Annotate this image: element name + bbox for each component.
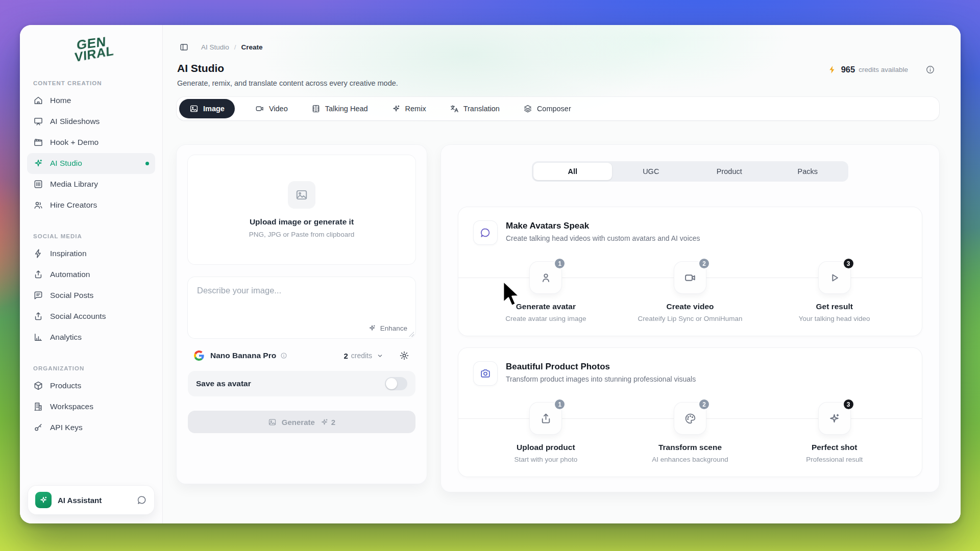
dropzone-title: Upload image or generate it bbox=[250, 217, 354, 227]
credits-zap-icon bbox=[827, 65, 837, 74]
breadcrumb-separator: / bbox=[234, 43, 236, 51]
breadcrumb-current: Create bbox=[241, 43, 263, 51]
sidebar-item-label: AI Slideshows bbox=[50, 117, 100, 126]
image-dropzone[interactable]: Upload image or generate it PNG, JPG or … bbox=[188, 155, 415, 264]
settings-gear-icon[interactable] bbox=[399, 350, 409, 361]
step-get-result: 3 Get result Your talking head video bbox=[762, 262, 906, 322]
tab-image[interactable]: Image bbox=[179, 99, 235, 118]
sidebar-item-label: API Keys bbox=[50, 423, 83, 432]
step-badge: 3 bbox=[843, 398, 854, 410]
sidebar-item-social-posts[interactable]: Social Posts bbox=[27, 285, 155, 306]
save-as-avatar-row: Save as avatar bbox=[188, 371, 415, 396]
tab-talking-head[interactable]: Talking Head bbox=[308, 104, 371, 113]
sidebar-item-api-keys[interactable]: API Keys bbox=[27, 417, 155, 438]
sidebar-toggle-icon[interactable] bbox=[179, 42, 189, 52]
filter-tab-packs[interactable]: Packs bbox=[769, 163, 847, 180]
palette-icon[interactable]: 2 bbox=[674, 403, 706, 434]
toggle-knob bbox=[386, 378, 397, 389]
step-badge: 1 bbox=[554, 398, 566, 410]
upload-icon[interactable]: 1 bbox=[530, 403, 561, 434]
sidebar-item-label: Analytics bbox=[50, 333, 82, 342]
workflow-steps: 1 Generate avatar Create avatar using im… bbox=[474, 262, 906, 322]
model-info-icon[interactable] bbox=[280, 352, 287, 359]
ai-assistant-button[interactable]: AI Assistant bbox=[28, 486, 154, 514]
filter-tab-all[interactable]: All bbox=[533, 163, 612, 180]
sidebar-item-workspaces[interactable]: Workspaces bbox=[27, 396, 155, 417]
credits-amount: 965 bbox=[841, 65, 855, 74]
sidebar-section-social-media: SOCIAL MEDIA Inspiration Automation Soci… bbox=[27, 223, 155, 348]
play-icon[interactable]: 3 bbox=[819, 262, 850, 293]
step-title: Get result bbox=[816, 302, 853, 311]
model-cost-dropdown[interactable]: 2 credits bbox=[344, 352, 384, 360]
sidebar-item-automation[interactable]: Automation bbox=[27, 264, 155, 285]
sidebar-item-hire-creators[interactable]: Hire Creators bbox=[27, 195, 155, 216]
step-subtitle: Createify Lip Sync or OmniHuman bbox=[638, 315, 743, 322]
video-camera-icon[interactable]: 2 bbox=[674, 262, 706, 293]
tab-translation[interactable]: Translation bbox=[447, 104, 503, 113]
step-subtitle: AI enhances background bbox=[652, 456, 728, 463]
main-content: AI Studio / Create 965 credits available… bbox=[163, 25, 961, 523]
step-badge: 2 bbox=[698, 258, 710, 269]
sidebar-item-hook-demo[interactable]: Hook + Demo bbox=[27, 132, 155, 153]
sidebar-item-label: Hire Creators bbox=[50, 201, 97, 210]
workflow-card-make-avatars-speak[interactable]: Make Avatars Speak Create talking head v… bbox=[458, 207, 922, 336]
genviral-logo: GEN VIRAL bbox=[71, 36, 111, 62]
ai-assistant-label: AI Assistant bbox=[58, 496, 102, 505]
clapperboard-icon bbox=[33, 137, 43, 147]
sidebar-item-label: Media Library bbox=[50, 180, 98, 189]
home-icon bbox=[33, 95, 43, 106]
step-create-video: 2 Create video Createify Lip Sync or Omn… bbox=[618, 262, 763, 322]
sparkles-icon bbox=[320, 418, 329, 427]
tab-remix[interactable]: Remix bbox=[388, 104, 429, 113]
sidebar-item-ai-studio[interactable]: AI Studio bbox=[27, 153, 155, 174]
generate-label: Generate bbox=[282, 418, 315, 427]
step-title: Perfect shot bbox=[812, 443, 857, 452]
step-subtitle: Start with your photo bbox=[514, 456, 577, 463]
image-placeholder-icon bbox=[288, 181, 315, 209]
share-icon bbox=[33, 311, 43, 321]
film-icon bbox=[311, 104, 321, 113]
info-icon[interactable] bbox=[925, 65, 935, 74]
save-avatar-toggle[interactable] bbox=[385, 377, 407, 390]
tab-composer[interactable]: Composer bbox=[520, 104, 574, 113]
card-subtitle: Create talking head videos with custom a… bbox=[506, 234, 700, 242]
step-title: Generate avatar bbox=[516, 302, 576, 311]
enhance-button[interactable]: Enhance bbox=[368, 324, 407, 332]
sidebar-item-inspiration[interactable]: Inspiration bbox=[27, 243, 155, 264]
sidebar-item-products[interactable]: Products bbox=[27, 375, 155, 396]
breadcrumb-parent[interactable]: AI Studio bbox=[201, 43, 229, 51]
step-upload-product: 1 Upload product Start with your photo bbox=[474, 403, 618, 463]
sparkles-icon[interactable]: 3 bbox=[819, 403, 850, 434]
workflows-panel: All UGC Product Packs Make Avatars Speak… bbox=[441, 145, 939, 492]
step-title: Upload product bbox=[517, 443, 575, 452]
filter-tab-product[interactable]: Product bbox=[690, 163, 769, 180]
zap-icon bbox=[33, 248, 43, 259]
chevron-down-icon bbox=[376, 352, 384, 360]
sparkles-icon bbox=[368, 324, 376, 332]
key-icon bbox=[33, 422, 43, 433]
video-camera-icon bbox=[255, 104, 264, 113]
filter-tab-ugc[interactable]: UGC bbox=[612, 163, 691, 180]
credits-area: 965 credits available bbox=[827, 65, 935, 74]
chat-bubble-icon bbox=[474, 221, 497, 244]
prompt-box: Enhance bbox=[188, 277, 415, 338]
camera-icon bbox=[474, 362, 497, 385]
workflow-card-beautiful-product-photos[interactable]: Beautiful Product Photos Transform produ… bbox=[458, 348, 922, 477]
library-icon bbox=[33, 179, 43, 189]
model-cost-value: 2 bbox=[344, 352, 348, 360]
sidebar-section-organization: ORGANIZATION Products Workspaces API Key… bbox=[27, 355, 155, 438]
tab-video[interactable]: Video bbox=[252, 104, 291, 113]
card-title: Beautiful Product Photos bbox=[506, 362, 696, 372]
generate-button[interactable]: Generate 2 bbox=[188, 411, 415, 433]
sidebar-item-analytics[interactable]: Analytics bbox=[27, 327, 155, 348]
presentation-icon bbox=[33, 116, 43, 127]
sidebar-item-media-library[interactable]: Media Library bbox=[27, 174, 155, 195]
sidebar-item-ai-slideshows[interactable]: AI Slideshows bbox=[27, 111, 155, 132]
sidebar-item-home[interactable]: Home bbox=[27, 90, 155, 111]
dropzone-subtitle: PNG, JPG or Paste from clipboard bbox=[249, 231, 354, 238]
sidebar-item-social-accounts[interactable]: Social Accounts bbox=[27, 306, 155, 327]
person-icon[interactable]: 1 bbox=[530, 262, 561, 293]
package-icon bbox=[33, 381, 43, 391]
google-logo-icon bbox=[194, 350, 204, 361]
users-icon bbox=[33, 200, 43, 210]
